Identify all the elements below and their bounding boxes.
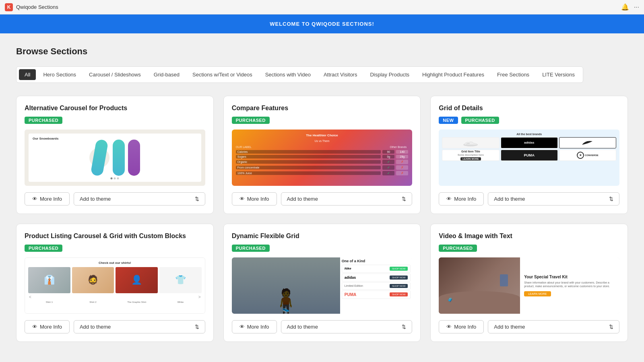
card-badges: PURCHASED bbox=[232, 117, 413, 124]
chevron-icon: ⇅ bbox=[609, 324, 613, 330]
main-content: Browse Sections All Hero Sections Carous… bbox=[0, 33, 644, 361]
add-to-theme-button[interactable]: Add to theme ⇅ bbox=[281, 320, 413, 333]
card-badges: PURCHASED bbox=[25, 245, 205, 252]
card-alternative-carousel: Alternative Carousel for Products PURCHA… bbox=[16, 96, 214, 214]
eye-icon: 👁 bbox=[239, 196, 245, 202]
more-info-button[interactable]: 👁 More Info bbox=[25, 320, 70, 333]
eye-icon: 👁 bbox=[32, 196, 37, 202]
card-badges: PURCHASED bbox=[25, 117, 205, 124]
tab-display-products[interactable]: Display Products bbox=[364, 69, 415, 80]
chevron-icon: ⇅ bbox=[195, 324, 199, 330]
titlebar-left: K Qwiqode Sections bbox=[5, 3, 58, 11]
app-logo: K bbox=[5, 3, 13, 11]
card-actions: 👁 More Info Add to theme ⇅ bbox=[25, 320, 205, 333]
card-preview-image: 🧍 👟 One of a Kind Nike SHOP NOW bbox=[232, 257, 413, 314]
card-title: Video & Image with Text bbox=[439, 232, 619, 241]
titlebar-actions: 🔔 ··· bbox=[621, 3, 639, 11]
badge-purchased: PURCHASED bbox=[461, 117, 499, 124]
card-grid-of-details: Grid of Details NEW PURCHASED All the be… bbox=[430, 96, 628, 214]
ellipsis-icon[interactable]: ··· bbox=[634, 4, 639, 11]
chevron-icon: ⇅ bbox=[402, 324, 406, 330]
badge-purchased: PURCHASED bbox=[232, 245, 270, 252]
add-to-theme-button[interactable]: Add to theme ⇅ bbox=[281, 192, 413, 206]
page-title: Browse Sections bbox=[16, 46, 628, 57]
filter-tabs: All Hero Sections Carousel / Slideshows … bbox=[16, 66, 583, 83]
welcome-banner: WELCOME TO QWIQODE SECTIONS! bbox=[0, 14, 644, 33]
badge-purchased: PURCHASED bbox=[439, 245, 477, 252]
card-actions: 👁 More Info Add to theme ⇅ bbox=[232, 320, 413, 333]
add-to-theme-button[interactable]: Add to theme ⇅ bbox=[488, 320, 619, 333]
eye-icon: 👁 bbox=[32, 324, 37, 330]
tab-attract-visitors[interactable]: Attract Visitors bbox=[318, 69, 363, 80]
chevron-icon: ⇅ bbox=[609, 196, 613, 202]
badge-purchased: PURCHASED bbox=[25, 117, 62, 124]
tab-free-sections[interactable]: Free Sections bbox=[491, 69, 535, 80]
card-actions: 👁 More Info Add to theme ⇅ bbox=[232, 192, 413, 206]
add-to-theme-button[interactable]: Add to theme ⇅ bbox=[74, 320, 205, 333]
card-title: Compare Features bbox=[232, 104, 413, 113]
more-info-button[interactable]: 👁 More Info bbox=[439, 320, 484, 333]
card-badges: PURCHASED bbox=[232, 245, 413, 252]
more-info-button[interactable]: 👁 More Info bbox=[439, 192, 484, 206]
tab-highlight-features[interactable]: Highlight Product Features bbox=[417, 69, 490, 80]
eye-icon: 👁 bbox=[446, 196, 452, 202]
more-info-button[interactable]: 👁 More Info bbox=[25, 192, 70, 206]
tab-all[interactable]: All bbox=[19, 69, 36, 80]
card-title: Grid of Details bbox=[439, 104, 619, 113]
card-compare-features: Compare Features PURCHASED The Healthier… bbox=[223, 96, 421, 214]
add-to-theme-button[interactable]: Add to theme ⇅ bbox=[74, 192, 205, 206]
card-preview-image: The Healthier Choice Us vs Them OUR LABE… bbox=[232, 130, 413, 186]
card-actions: 👁 More Info Add to theme ⇅ bbox=[25, 192, 205, 206]
card-preview-image: All the best brands adidas bbox=[439, 130, 619, 186]
tab-carousel-slideshows[interactable]: Carousel / Slideshows bbox=[83, 69, 147, 80]
card-product-listing-carousel: Product Listing Carousel & Grid with Cus… bbox=[16, 224, 214, 342]
card-preview-image: 🧳 Your Special Travel Kit Share informat… bbox=[439, 257, 619, 314]
card-video-image-text: Video & Image with Text PURCHASED 🧳 bbox=[430, 224, 628, 342]
more-info-button[interactable]: 👁 More Info bbox=[232, 320, 277, 333]
tab-grid-based[interactable]: Grid-based bbox=[148, 69, 185, 80]
badge-new: NEW bbox=[439, 117, 458, 124]
card-title: Product Listing Carousel & Grid with Cus… bbox=[25, 232, 205, 241]
tab-sections-video[interactable]: Sections with Video bbox=[260, 69, 316, 80]
tab-sections-text-videos[interactable]: Sections w/Text or Videos bbox=[187, 69, 258, 80]
learn-more-button[interactable]: LEARN MORE bbox=[524, 291, 551, 296]
tab-lite-versions[interactable]: LITE Versions bbox=[537, 69, 580, 80]
bell-icon[interactable]: 🔔 bbox=[621, 3, 629, 11]
card-preview-image: Our Snowboards bbox=[25, 130, 205, 186]
card-title: Dynamic Flexible Grid bbox=[232, 232, 413, 241]
eye-icon: 👁 bbox=[446, 324, 452, 330]
chevron-icon: ⇅ bbox=[195, 196, 199, 202]
card-preview-image: Check out our shirts! 👔 🧔 👤 bbox=[25, 257, 205, 314]
card-actions: 👁 More Info Add to theme ⇅ bbox=[439, 192, 619, 206]
card-badges: PURCHASED bbox=[439, 245, 619, 252]
card-actions: 👁 More Info Add to theme ⇅ bbox=[439, 320, 619, 333]
more-info-button[interactable]: 👁 More Info bbox=[232, 192, 277, 206]
card-dynamic-flexible-grid: Dynamic Flexible Grid PURCHASED 🧍 bbox=[223, 224, 421, 342]
card-title: Alternative Carousel for Products bbox=[25, 104, 205, 113]
cards-grid: Alternative Carousel for Products PURCHA… bbox=[16, 96, 628, 342]
eye-icon: 👁 bbox=[239, 324, 245, 330]
app-title: Qwiqode Sections bbox=[16, 4, 58, 10]
badge-purchased: PURCHASED bbox=[25, 245, 62, 252]
card-badges: NEW PURCHASED bbox=[439, 117, 619, 124]
chevron-icon: ⇅ bbox=[402, 196, 406, 202]
add-to-theme-button[interactable]: Add to theme ⇅ bbox=[488, 192, 619, 206]
tab-hero-sections[interactable]: Hero Sections bbox=[37, 69, 82, 80]
badge-purchased: PURCHASED bbox=[232, 117, 270, 124]
titlebar: K Qwiqode Sections 🔔 ··· bbox=[0, 0, 644, 14]
